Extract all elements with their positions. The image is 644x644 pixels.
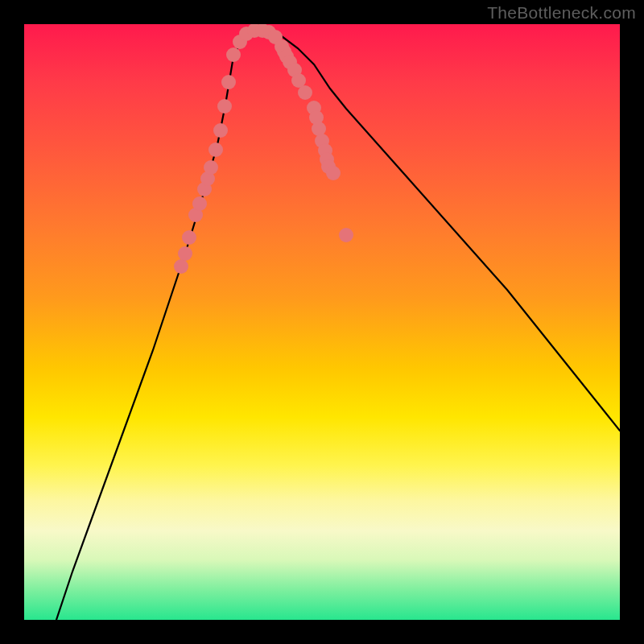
curve-marker <box>307 101 321 115</box>
curve-marker <box>339 228 353 242</box>
curve-marker <box>208 142 223 157</box>
curve-marker <box>275 39 289 54</box>
curve-marker <box>213 123 228 138</box>
curve-marker <box>318 143 332 158</box>
curve-marker <box>262 25 276 39</box>
curve-marker <box>326 166 341 180</box>
curve-marker <box>287 63 302 77</box>
curve-marker <box>239 27 254 41</box>
curve-marker <box>204 160 218 175</box>
curve-marker <box>197 182 212 196</box>
curve-marker <box>247 24 262 38</box>
curve-marker <box>221 75 236 89</box>
outer-frame: TheBottleneck.com <box>0 0 644 644</box>
curve-marker <box>226 47 241 62</box>
curve-marker <box>291 73 306 88</box>
curve-marker <box>174 259 188 274</box>
curve-marker <box>279 49 294 64</box>
curve-marker <box>309 110 324 125</box>
watermark-text: TheBottleneck.com <box>487 3 636 23</box>
curve-marker <box>178 246 192 261</box>
curve-marker <box>182 230 196 245</box>
curve-marker-group <box>174 24 353 274</box>
curve-marker <box>277 44 291 59</box>
curve-marker <box>268 30 283 44</box>
bottleneck-curve <box>56 32 620 620</box>
curve-marker <box>315 134 329 148</box>
curve-marker <box>283 55 297 69</box>
curve-marker <box>233 35 247 49</box>
curve-marker <box>200 171 215 186</box>
curve-marker <box>192 196 207 211</box>
curve-marker <box>320 152 334 167</box>
curve-marker <box>298 85 312 100</box>
plot-area <box>24 24 620 620</box>
curve-marker <box>217 99 232 114</box>
chart-svg <box>24 24 620 620</box>
curve-marker <box>312 122 326 136</box>
curve-marker <box>188 208 203 222</box>
curve-marker <box>255 24 270 38</box>
curve-marker <box>321 159 336 174</box>
